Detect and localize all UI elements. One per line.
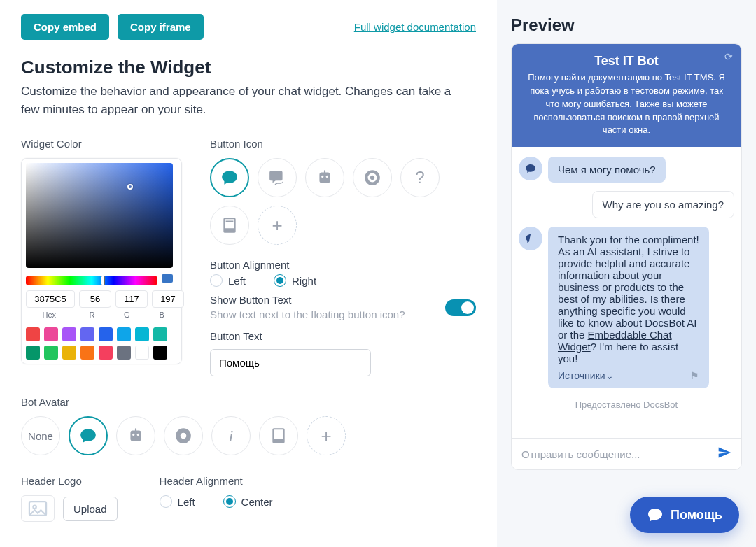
chat-input-row — [512, 438, 741, 469]
saturation-area[interactable] — [26, 163, 173, 268]
alignment-right-label: Right — [292, 275, 316, 287]
floating-help-button[interactable]: Помощь — [630, 497, 739, 533]
header-align-center-label: Center — [241, 496, 273, 508]
b-input[interactable] — [152, 290, 184, 308]
show-button-text-toggle[interactable] — [445, 299, 476, 316]
header-align-left-radio[interactable]: Left — [160, 495, 195, 508]
hex-col-label: Hex — [26, 311, 73, 319]
hue-handle[interactable] — [101, 276, 105, 285]
preview-title: Preview — [511, 15, 742, 35]
color-swatch[interactable] — [26, 346, 40, 360]
header-logo-label: Header Logo — [21, 475, 118, 487]
bot-answer-pre: Thank you for the compliment! As an AI a… — [558, 234, 699, 341]
widget-color-label: Widget Color — [21, 138, 182, 150]
header-alignment-label: Header Alignment — [160, 475, 273, 487]
avatar-option-custom[interactable]: + — [307, 416, 346, 455]
bot-answer-message: Thank you for the compliment! As an AI a… — [548, 227, 709, 388]
flag-icon[interactable]: ⚑ — [690, 370, 699, 381]
chevron-down-icon: ⌄ — [606, 370, 614, 381]
alignment-right-radio[interactable]: Right — [274, 274, 316, 287]
chat-message-input[interactable] — [522, 448, 718, 460]
color-swatch[interactable] — [26, 327, 40, 341]
color-swatch[interactable] — [62, 327, 76, 341]
hex-input[interactable] — [26, 290, 75, 308]
alignment-left-radio[interactable]: Left — [210, 274, 246, 287]
icon-option-robot[interactable] — [305, 158, 344, 197]
refresh-icon[interactable]: ⟳ — [724, 51, 733, 62]
color-swatch[interactable] — [44, 346, 58, 360]
r-input[interactable] — [79, 290, 111, 308]
avatar-option-chat[interactable] — [69, 416, 108, 455]
chat-header: ⟳ Test IT Bot Помогу найти документацию … — [512, 44, 741, 147]
color-swatch[interactable] — [135, 327, 149, 341]
color-swatch[interactable] — [62, 346, 76, 360]
avatar-option-robot[interactable] — [116, 416, 155, 455]
r-col-label: R — [77, 311, 108, 319]
color-swatch[interactable] — [135, 346, 149, 360]
icon-option-question[interactable]: ? — [400, 158, 440, 197]
bot-name: Test IT Bot — [524, 54, 729, 69]
color-swatch[interactable] — [99, 327, 113, 341]
avatar-option-info[interactable]: i — [211, 416, 251, 455]
color-swatch[interactable] — [44, 327, 58, 341]
color-swatch[interactable] — [153, 327, 167, 341]
show-button-text-hint: Show text next to the floating button ic… — [210, 308, 405, 320]
user-message: Why are you so amazing? — [592, 191, 734, 218]
svg-point-1 — [33, 506, 36, 509]
alignment-left-label: Left — [228, 275, 246, 287]
color-swatch[interactable] — [80, 346, 94, 360]
button-alignment-label: Button Alignment — [210, 259, 289, 271]
copy-embed-button[interactable]: Copy embed — [21, 14, 109, 40]
avatar-option-none[interactable]: None — [21, 416, 60, 455]
color-picker[interactable]: Hex R G B — [21, 158, 182, 364]
current-color-swatch — [162, 274, 173, 283]
color-swatch[interactable] — [117, 346, 131, 360]
hue-slider[interactable] — [26, 276, 158, 285]
g-col-label: G — [111, 311, 142, 319]
bot-avatar-label: Bot Avatar — [21, 396, 476, 408]
documentation-link[interactable]: Full widget documentation — [354, 21, 476, 33]
button-icon-label: Button Icon — [210, 138, 476, 150]
icon-option-book[interactable] — [210, 206, 249, 245]
page-title: Customize the Widget — [21, 57, 476, 78]
bot-avatar-icon — [519, 157, 542, 180]
sources-toggle[interactable]: Источники⌄ — [558, 370, 614, 381]
header-align-center-radio[interactable]: Center — [223, 495, 273, 508]
powered-by: Предоставлено DocsBot — [519, 397, 734, 415]
saturation-handle[interactable] — [127, 184, 133, 190]
copy-iframe-button[interactable]: Copy iframe — [118, 14, 204, 40]
bot-greeting-message: Чем я могу помочь? — [548, 157, 666, 183]
logo-placeholder — [21, 495, 55, 522]
page-subtitle: Customize the behavior and appearance of… — [21, 83, 455, 118]
bot-avatar-options: None i + — [21, 416, 476, 455]
b-col-label: B — [146, 311, 177, 319]
icon-option-life-ring[interactable] — [353, 158, 392, 197]
color-swatch[interactable] — [117, 327, 131, 341]
chat-widget-preview: ⟳ Test IT Bot Помогу найти документацию … — [511, 43, 742, 470]
avatar-option-book[interactable] — [259, 416, 298, 455]
g-input[interactable] — [115, 290, 148, 308]
floating-button-label: Помощь — [671, 508, 722, 523]
color-swatch[interactable] — [153, 346, 167, 360]
bot-description: Помогу найти документацию по Test IT TMS… — [524, 71, 729, 137]
color-swatch[interactable] — [99, 346, 113, 360]
icon-option-chat[interactable] — [210, 158, 249, 197]
button-icon-options: ? + — [210, 158, 476, 245]
bot-avatar-icon — [519, 227, 542, 250]
icon-option-custom[interactable]: + — [258, 206, 297, 245]
header-align-left-label: Left — [178, 496, 195, 508]
send-icon[interactable] — [718, 446, 732, 462]
upload-logo-button[interactable]: Upload — [63, 497, 118, 521]
avatar-option-life-ring[interactable] — [164, 416, 203, 455]
button-text-label: Button Text — [210, 330, 476, 342]
chat-body[interactable]: Чем я могу помочь? Why are you so amazin… — [512, 147, 741, 438]
icon-option-chats[interactable] — [258, 158, 297, 197]
button-text-input[interactable] — [210, 349, 371, 376]
show-button-text-label: Show Button Text — [210, 294, 405, 306]
color-swatch[interactable] — [80, 327, 94, 341]
